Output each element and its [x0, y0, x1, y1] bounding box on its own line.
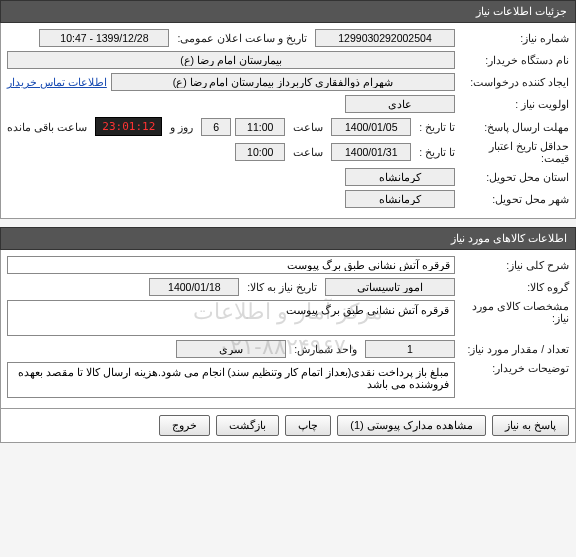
attachments-button[interactable]: مشاهده مدارک پیوستی (1) — [337, 415, 486, 436]
countdown-timer: 23:01:12 — [95, 117, 162, 136]
requester-label: ایجاد کننده درخواست: — [459, 76, 569, 88]
need-number-label: شماره نیاز: — [459, 32, 569, 44]
until-label: تا تاریخ : — [415, 121, 455, 133]
need-info-title: جزئیات اطلاعات نیاز — [476, 5, 567, 17]
unit-field — [176, 340, 286, 358]
row-goods-notes: توضیحات خریدار: مبلغ باز پرداخت نقدی(بعد… — [7, 362, 569, 398]
row-delivery-city: شهر محل تحویل: — [7, 190, 569, 208]
announce-label: تاریخ و ساعت اعلان عمومی: — [173, 32, 311, 44]
goods-spec-field: قرقره آتش نشانی طبق برگ پیوست — [7, 300, 455, 336]
row-priority: اولویت نیاز : — [7, 95, 569, 113]
back-button[interactable]: بازگشت — [216, 415, 279, 436]
deadline-time-label: ساعت — [289, 121, 327, 133]
priority-label: اولویت نیاز : — [459, 98, 569, 110]
validity-label: حداقل تاریخ اعتبار قیمت: — [459, 140, 569, 164]
delivery-prov-label: استان محل تحویل: — [459, 171, 569, 183]
buyer-device-field — [7, 51, 455, 69]
validity-until-label: تا تاریخ : — [415, 146, 455, 158]
goods-notes-field: مبلغ باز پرداخت نقدی(بعداز اتمام کار وتن… — [7, 362, 455, 398]
deadline-label: مهلت ارسال پاسخ: — [459, 121, 569, 133]
row-need-number: شماره نیاز: تاریخ و ساعت اعلان عمومی: — [7, 29, 569, 47]
row-goods-title: شرح کلی نیاز: — [7, 256, 569, 274]
goods-qty-field — [365, 340, 455, 358]
respond-button[interactable]: پاسخ به نیاز — [492, 415, 569, 436]
requester-field — [111, 73, 455, 91]
goods-group-field — [325, 278, 455, 296]
deadline-date-field — [331, 118, 411, 136]
goods-title-field — [7, 256, 455, 274]
goods-group-label: گروه کالا: — [459, 281, 569, 293]
exit-button[interactable]: خروج — [159, 415, 210, 436]
print-button[interactable]: چاپ — [285, 415, 331, 436]
row-goods-spec: مشخصات کالای مورد نیاز: قرقره آتش نشانی … — [7, 300, 569, 336]
need-date-field — [149, 278, 239, 296]
buyer-device-label: نام دستگاه خریدار: — [459, 54, 569, 66]
delivery-prov-field — [345, 168, 455, 186]
goods-info-title: اطلاعات کالاهای مورد نیاز — [451, 232, 567, 244]
row-goods-qty: تعداد / مقدار مورد نیاز: واحد شمارش: — [7, 340, 569, 358]
goods-info-body: مرکز آمار و اطلاعات ۰۲۱-۸۸۲۴۹۶۷۰ شرح کلی… — [0, 250, 576, 409]
days-label: روز و — [166, 121, 197, 133]
validity-date-field — [331, 143, 411, 161]
days-field — [201, 118, 231, 136]
remain-label: ساعت باقی مانده — [3, 121, 91, 133]
goods-spec-label: مشخصات کالای مورد نیاز: — [459, 300, 569, 324]
deadline-time-field — [235, 118, 285, 136]
validity-time-field — [235, 143, 285, 161]
goods-qty-label: تعداد / مقدار مورد نیاز: — [459, 343, 569, 355]
delivery-city-label: شهر محل تحویل: — [459, 193, 569, 205]
validity-time-label: ساعت — [289, 146, 327, 158]
row-deadline: مهلت ارسال پاسخ: تا تاریخ : ساعت روز و 2… — [7, 117, 569, 136]
contact-link[interactable]: اطلاعات تماس خریدار — [7, 76, 107, 88]
row-buyer-device: نام دستگاه خریدار: — [7, 51, 569, 69]
goods-info-header: اطلاعات کالاهای مورد نیاز — [0, 227, 576, 250]
need-info-body: شماره نیاز: تاریخ و ساعت اعلان عمومی: نا… — [0, 23, 576, 219]
row-goods-group: گروه کالا: تاریخ نیاز به کالا: — [7, 278, 569, 296]
need-info-header: جزئیات اطلاعات نیاز — [0, 0, 576, 23]
priority-field — [345, 95, 455, 113]
row-validity: حداقل تاریخ اعتبار قیمت: تا تاریخ : ساعت — [7, 140, 569, 164]
goods-title-label: شرح کلی نیاز: — [459, 259, 569, 271]
row-requester: ایجاد کننده درخواست: اطلاعات تماس خریدار — [7, 73, 569, 91]
button-bar: پاسخ به نیاز مشاهده مدارک پیوستی (1) چاپ… — [0, 409, 576, 443]
row-delivery-prov: استان محل تحویل: — [7, 168, 569, 186]
unit-label: واحد شمارش: — [290, 343, 361, 355]
goods-notes-label: توضیحات خریدار: — [459, 362, 569, 374]
need-number-field — [315, 29, 455, 47]
announce-field — [39, 29, 169, 47]
need-date-label: تاریخ نیاز به کالا: — [243, 281, 321, 293]
delivery-city-field — [345, 190, 455, 208]
